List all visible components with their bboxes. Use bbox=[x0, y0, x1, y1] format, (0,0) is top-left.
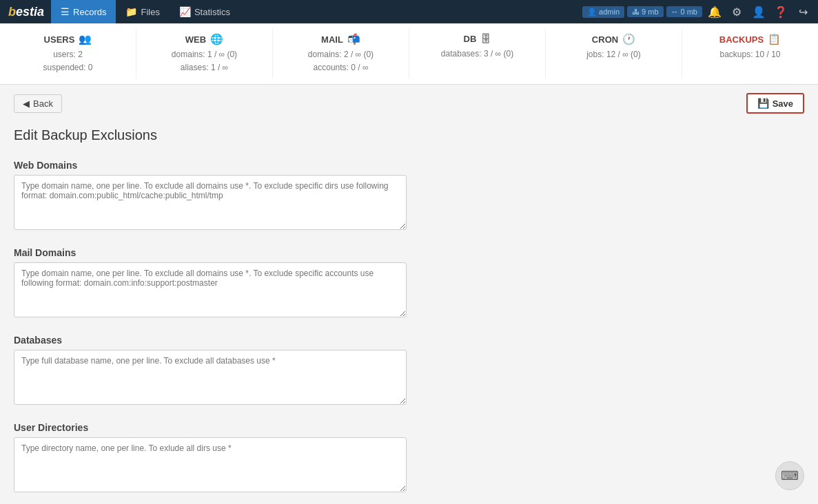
stat-users-title: USERS 👥 bbox=[7, 33, 129, 45]
page-title: Edit Backup Exclusions bbox=[14, 127, 804, 143]
stat-cron[interactable]: CRON 🕐 jobs: 12 / ∞ (0) bbox=[546, 29, 682, 78]
logo[interactable]: bestia bbox=[6, 0, 51, 23]
users-label: USERS bbox=[44, 34, 75, 45]
web-label: WEB bbox=[185, 34, 206, 45]
topnav: bestia ☰ Records 📁 Files 📈 Statistics 👤 … bbox=[0, 0, 818, 23]
db-label: DB bbox=[464, 34, 477, 44]
mail-icon: 📬 bbox=[347, 33, 360, 45]
nav-records[interactable]: ☰ Records bbox=[51, 0, 116, 23]
save-button[interactable]: 💾 Save bbox=[746, 93, 804, 114]
databases-label: Databases bbox=[14, 335, 804, 346]
databases-section: Databases bbox=[14, 335, 804, 407]
logo-text: bestia bbox=[8, 5, 44, 19]
notifications-bell-icon[interactable]: 🔔 bbox=[705, 2, 724, 21]
logout-icon[interactable]: ↪ bbox=[793, 2, 812, 21]
mem2-icon: ↔ bbox=[671, 8, 679, 16]
stat-backups-title: BACKUPS 📋 bbox=[689, 33, 811, 45]
settings-gear-icon[interactable]: ⚙ bbox=[727, 2, 746, 21]
backups-icon: 📋 bbox=[768, 33, 781, 45]
back-label: Back bbox=[33, 98, 53, 109]
mem1-badge: 🖧 9 mb bbox=[627, 6, 663, 17]
files-icon: 📁 bbox=[125, 6, 137, 17]
databases-textarea[interactable] bbox=[14, 350, 407, 405]
stat-db-detail: databases: 3 / ∞ (0) bbox=[416, 48, 538, 61]
statistics-icon: 📈 bbox=[179, 6, 191, 17]
mem2-badge: ↔ 0 mb bbox=[666, 6, 702, 17]
username: admin bbox=[599, 8, 620, 16]
web-icon: 🌐 bbox=[210, 33, 223, 45]
stat-backups[interactable]: BACKUPS 📋 backups: 10 / 10 bbox=[682, 29, 818, 78]
user-profile-icon[interactable]: 👤 bbox=[749, 2, 768, 21]
stat-users[interactable]: USERS 👥 users: 2 suspended: 0 bbox=[0, 29, 136, 78]
keyboard-icon: ⌨ bbox=[781, 468, 799, 483]
mail-domains-section: Mail Domains bbox=[14, 247, 804, 319]
mem2-value: 0 mb bbox=[681, 8, 697, 16]
save-floppy-icon: 💾 bbox=[757, 98, 769, 109]
topnav-right: 👤 admin 🖧 9 mb ↔ 0 mb 🔔 ⚙ 👤 ❓ ↪ bbox=[582, 2, 812, 21]
back-button[interactable]: ◀ Back bbox=[14, 94, 62, 113]
toolbar: ◀ Back 💾 Save bbox=[14, 93, 804, 114]
stat-web-title: WEB 🌐 bbox=[143, 33, 265, 45]
mail-domains-textarea[interactable] bbox=[14, 262, 407, 317]
web-domains-textarea[interactable] bbox=[14, 175, 407, 230]
web-domains-section: Web Domains bbox=[14, 160, 804, 232]
cron-label: CRON bbox=[592, 34, 618, 45]
stat-cron-detail: jobs: 12 / ∞ (0) bbox=[553, 48, 675, 61]
user-directories-label: User Directories bbox=[14, 422, 804, 433]
stat-web-detail: domains: 1 / ∞ (0) aliases: 1 / ∞ bbox=[143, 48, 265, 74]
help-icon[interactable]: ❓ bbox=[771, 2, 790, 21]
nav-files-label: Files bbox=[141, 7, 159, 17]
users-icon: 👥 bbox=[79, 33, 92, 45]
back-arrow-icon: ◀ bbox=[23, 98, 30, 109]
stat-backups-detail: backups: 10 / 10 bbox=[689, 48, 811, 61]
keyboard-button[interactable]: ⌨ bbox=[775, 461, 804, 490]
stat-web[interactable]: WEB 🌐 domains: 1 / ∞ (0) aliases: 1 / ∞ bbox=[136, 29, 273, 78]
logo-b: b bbox=[8, 5, 16, 19]
content-wrapper: ◀ Back 💾 Save Edit Backup Exclusions Web… bbox=[0, 85, 818, 504]
user-directories-section: User Directories bbox=[14, 422, 804, 494]
mail-label: MAIL bbox=[321, 34, 343, 45]
nav-records-label: Records bbox=[73, 7, 106, 17]
user-badge: 👤 admin bbox=[582, 6, 624, 18]
stat-db[interactable]: DB 🗄 databases: 3 / ∞ (0) bbox=[409, 29, 546, 78]
mem1-icon: 🖧 bbox=[632, 8, 640, 16]
db-icon: 🗄 bbox=[480, 33, 491, 45]
stat-cron-title: CRON 🕐 bbox=[553, 33, 675, 45]
nav-statistics-label: Statistics bbox=[194, 7, 230, 17]
mail-domains-label: Mail Domains bbox=[14, 247, 804, 258]
nav-statistics[interactable]: 📈 Statistics bbox=[170, 0, 240, 23]
logo-rest: estia bbox=[16, 5, 44, 19]
web-domains-label: Web Domains bbox=[14, 160, 804, 171]
user-icon: 👤 bbox=[587, 8, 597, 17]
records-icon: ☰ bbox=[61, 6, 70, 17]
stats-bar: USERS 👥 users: 2 suspended: 0 WEB 🌐 doma… bbox=[0, 23, 818, 85]
cron-icon: 🕐 bbox=[622, 33, 635, 45]
user-directories-textarea[interactable] bbox=[14, 437, 407, 492]
save-label: Save bbox=[773, 98, 793, 109]
mem1-value: 9 mb bbox=[642, 8, 658, 16]
backups-label: BACKUPS bbox=[719, 34, 764, 45]
stat-users-detail: users: 2 suspended: 0 bbox=[7, 48, 129, 74]
stat-db-title: DB 🗄 bbox=[416, 33, 538, 45]
stat-mail-title: MAIL 📬 bbox=[280, 33, 402, 45]
stat-mail[interactable]: MAIL 📬 domains: 2 / ∞ (0) accounts: 0 / … bbox=[273, 29, 409, 78]
nav-files[interactable]: 📁 Files bbox=[116, 0, 169, 23]
stat-mail-detail: domains: 2 / ∞ (0) accounts: 0 / ∞ bbox=[280, 48, 402, 74]
